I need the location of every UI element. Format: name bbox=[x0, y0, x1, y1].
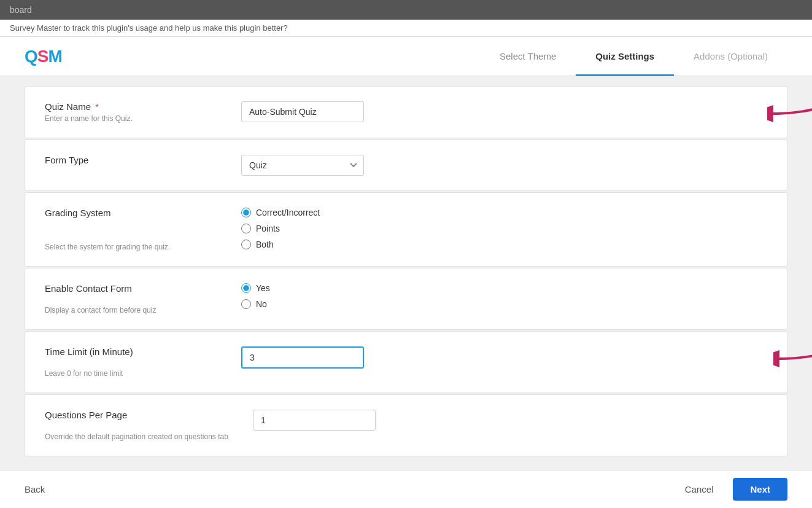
logo-text: QSM bbox=[25, 47, 62, 66]
grading-points[interactable]: Points bbox=[241, 224, 767, 233]
grading-system-hint: Select the system for grading the quiz. bbox=[45, 243, 217, 251]
enable-contact-form-section: Enable Contact Form Display a contact fo… bbox=[25, 268, 787, 330]
quiz-name-hint: Enter a name for this Quiz. bbox=[45, 114, 217, 123]
questions-per-page-input-group bbox=[253, 410, 767, 431]
contact-form-yes[interactable]: Yes bbox=[241, 283, 767, 293]
enable-contact-form-label-group: Enable Contact Form Display a contact fo… bbox=[45, 283, 217, 315]
quiz-name-label-group: Quiz Name * Enter a name for this Quiz. bbox=[45, 101, 217, 123]
header: QSM Select Theme Quiz Settings Addons (O… bbox=[0, 37, 812, 76]
questions-per-page-label: Questions Per Page bbox=[45, 410, 228, 420]
next-button[interactable]: Next bbox=[733, 478, 787, 501]
form-type-label: Form Type bbox=[45, 155, 217, 165]
time-limit-input[interactable] bbox=[241, 346, 364, 369]
tab-select-theme[interactable]: Select Theme bbox=[480, 37, 576, 76]
form-type-input-group: Quiz Survey Poll bbox=[241, 155, 767, 176]
quiz-name-input-group bbox=[241, 101, 767, 122]
contact-form-no[interactable]: No bbox=[241, 299, 767, 309]
logo: QSM bbox=[25, 47, 62, 66]
radio-no[interactable] bbox=[241, 299, 251, 309]
grading-system-label-group: Grading System Select the system for gra… bbox=[45, 208, 217, 251]
time-limit-input-group bbox=[241, 346, 767, 369]
right-actions: Cancel Next bbox=[675, 478, 787, 501]
time-limit-label: Time Limit (in Minute) bbox=[45, 346, 217, 357]
back-button[interactable]: Back bbox=[25, 479, 45, 499]
top-bar-title: board bbox=[10, 5, 32, 15]
label-correct-incorrect: Correct/Incorrect bbox=[256, 208, 320, 217]
tab-quiz-settings[interactable]: Quiz Settings bbox=[576, 37, 674, 76]
form-type-select[interactable]: Quiz Survey Poll bbox=[241, 155, 364, 176]
label-points: Points bbox=[256, 224, 280, 233]
radio-points[interactable] bbox=[241, 224, 251, 233]
enable-contact-form-label: Enable Contact Form bbox=[45, 283, 217, 294]
radio-both[interactable] bbox=[241, 240, 251, 249]
questions-per-page-section: Questions Per Page Override the default … bbox=[25, 394, 787, 456]
quiz-name-input[interactable] bbox=[241, 101, 364, 122]
grading-both[interactable]: Both bbox=[241, 240, 767, 249]
label-no: No bbox=[256, 299, 267, 309]
time-limit-label-group: Time Limit (in Minute) Leave 0 for no ti… bbox=[45, 346, 217, 378]
form-type-label-group: Form Type bbox=[45, 155, 217, 168]
time-limit-hint: Leave 0 for no time limit bbox=[45, 369, 217, 378]
main-content: Quiz Name * Enter a name for this Quiz. … bbox=[0, 76, 812, 467]
grading-system-label: Grading System bbox=[45, 208, 217, 218]
top-bar: board bbox=[0, 0, 812, 20]
notice-bar: Survey Master to track this plugin's usa… bbox=[0, 20, 812, 37]
enable-contact-form-hint: Display a contact form before quiz bbox=[45, 306, 217, 315]
label-yes: Yes bbox=[256, 283, 270, 293]
time-limit-section: Time Limit (in Minute) Leave 0 for no ti… bbox=[25, 331, 787, 393]
questions-per-page-label-group: Questions Per Page Override the default … bbox=[45, 410, 228, 441]
questions-per-page-input[interactable] bbox=[253, 410, 376, 431]
radio-correct-incorrect[interactable] bbox=[241, 208, 251, 217]
grading-correct-incorrect[interactable]: Correct/Incorrect bbox=[241, 208, 767, 217]
radio-yes[interactable] bbox=[241, 283, 251, 293]
questions-per-page-hint: Override the default pagination created … bbox=[45, 432, 228, 441]
form-type-section: Form Type Quiz Survey Poll bbox=[25, 139, 787, 191]
grading-system-input-group: Correct/Incorrect Points Both bbox=[241, 208, 767, 249]
annotation-arrow-1 bbox=[767, 95, 812, 132]
notice-text: Survey Master to track this plugin's usa… bbox=[10, 23, 288, 33]
quiz-name-section: Quiz Name * Enter a name for this Quiz. bbox=[25, 86, 787, 138]
tab-addons[interactable]: Addons (Optional) bbox=[674, 37, 787, 76]
enable-contact-form-input-group: Yes No bbox=[241, 283, 767, 309]
tabs-nav: Select Theme Quiz Settings Addons (Optio… bbox=[480, 37, 787, 76]
cancel-button[interactable]: Cancel bbox=[675, 479, 724, 499]
quiz-name-label: Quiz Name * bbox=[45, 101, 217, 112]
grading-system-radio-group: Correct/Incorrect Points Both bbox=[241, 208, 767, 249]
required-asterisk: * bbox=[93, 101, 99, 112]
bottom-bar: Back Cancel Next bbox=[0, 470, 812, 508]
grading-system-section: Grading System Select the system for gra… bbox=[25, 192, 787, 267]
annotation-arrow-2 bbox=[773, 340, 812, 377]
contact-form-radio-group: Yes No bbox=[241, 283, 767, 309]
label-both: Both bbox=[256, 240, 274, 249]
